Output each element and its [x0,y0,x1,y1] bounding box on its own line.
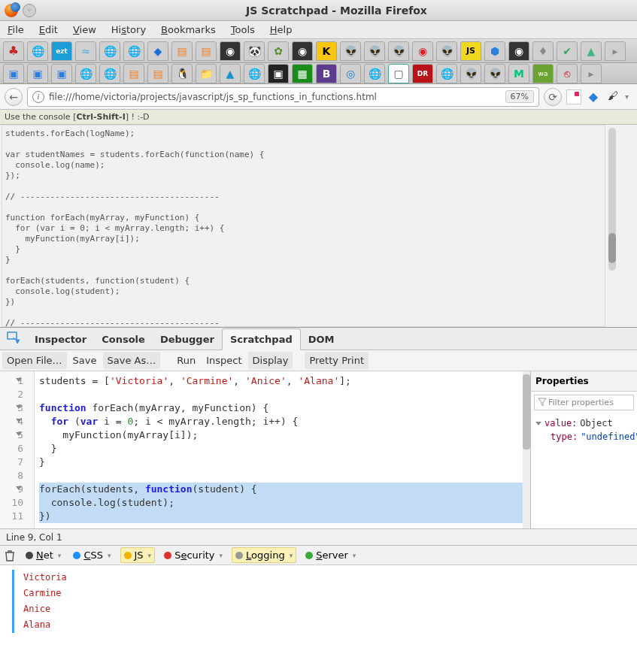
tab-15[interactable]: 👽 [340,41,361,61]
filter-logging[interactable]: Logging▾ [232,547,296,563]
filter-js[interactable]: JS▾ [120,547,156,563]
tab-b18[interactable]: DR [412,64,433,83]
code-scrollbar[interactable] [523,371,530,528]
tab-b8[interactable]: 🐧 [171,64,193,83]
tab-scratchpad[interactable]: Scratchpad [222,328,301,350]
tab-23[interactable]: ♦ [532,41,554,61]
menu-bookmarks[interactable]: Bookmarks [161,24,216,35]
tab-b24[interactable]: ⎋ [557,64,578,83]
overflow-icon[interactable]: ▾ [625,92,632,101]
tab-b23[interactable]: wa [532,64,554,83]
pocket-icon[interactable] [566,89,581,104]
pretty-print-button[interactable]: Pretty Print [305,352,369,369]
tab-6[interactable]: 🌐 [123,41,144,61]
url-bar[interactable]: i file:///home/victoria/projects/javascr… [27,87,539,107]
extension-icon-2[interactable]: 🖌 [605,89,620,104]
open-file-button[interactable]: Open File… [2,352,67,369]
filter-css[interactable]: CSS▾ [70,548,114,562]
save-button[interactable]: Save [68,352,102,369]
console-entry: Carmine [12,586,629,601]
back-button[interactable]: ← [5,88,23,106]
tab-8[interactable]: ▤ [171,41,193,61]
filter-security[interactable]: Security▾ [161,548,226,562]
tab-20[interactable]: JS [460,41,481,61]
properties-filter[interactable]: Filter properties [534,395,634,410]
tab-b14[interactable]: B [316,64,337,83]
tab-1[interactable]: ♣ [3,41,24,61]
tab-9[interactable]: ▤ [196,41,217,61]
reload-button[interactable]: ⟳ [544,88,562,106]
tab-dom[interactable]: DOM [301,329,342,350]
menu-edit[interactable]: Edit [39,24,58,35]
tab-3[interactable]: ezt [51,41,72,61]
tab-7[interactable]: ◆ [147,41,168,61]
tab-4[interactable]: ≈ [75,41,96,61]
site-info-icon[interactable]: i [32,91,44,103]
tab-10[interactable]: ◉ [220,41,241,61]
devtools-pick-icon[interactable] [5,329,23,347]
tab-b5[interactable]: 🌐 [99,64,120,83]
tab-b13[interactable]: ▦ [292,64,313,83]
menu-file[interactable]: File [8,24,24,35]
extension-icon-1[interactable]: ◆ [586,89,601,104]
menu-tools[interactable]: Tools [231,24,255,35]
url-text: file:///home/victoria/projects/javascrip… [49,92,377,102]
menu-history[interactable]: History [111,24,146,35]
window-button[interactable]: ◦ [23,4,36,17]
tab-b1[interactable]: ▣ [3,64,24,83]
save-as-button[interactable]: Save As… [103,352,161,369]
run-button[interactable]: Run [172,352,200,369]
menu-view[interactable]: View [73,24,96,35]
tab-b16[interactable]: 🌐 [364,64,385,83]
tab-b25[interactable]: ▸ [581,64,602,83]
tab-b7[interactable]: ▤ [147,64,168,83]
display-button[interactable]: Display [248,352,293,369]
tab-18[interactable]: ◉ [412,41,433,61]
tab-debugger[interactable]: Debugger [153,329,222,350]
page-scrollbar[interactable] [608,128,616,271]
tab-25[interactable]: ▲ [581,41,602,61]
tab-26[interactable]: ▸ [605,41,626,61]
tab-b6[interactable]: ▤ [123,64,144,83]
tab-21[interactable]: ⬢ [484,41,505,61]
prop-row-value[interactable]: value: Object [535,416,632,430]
code-area[interactable]: students = ['Victoria', 'Carmine', 'Anic… [35,371,530,528]
tab-19[interactable]: 👽 [436,41,457,61]
tab-22[interactable]: ◉ [508,41,529,61]
console-output[interactable]: Victoria Carmine Anice Alana [0,565,637,672]
menu-help[interactable]: Help [270,24,293,35]
tab-b4[interactable]: 🌐 [75,64,96,83]
tab-24[interactable]: ✔ [557,41,578,61]
cursor-position: Line 9, Col 1 [6,532,62,543]
zoom-level[interactable]: 67% [505,90,534,103]
tab-12[interactable]: ✿ [268,41,289,61]
tab-b17[interactable]: ▢ [388,64,409,83]
tab-17[interactable]: 👽 [388,41,409,61]
tab-inspector[interactable]: Inspector [27,329,94,350]
tab-16[interactable]: 👽 [364,41,385,61]
tab-console[interactable]: Console [94,329,153,350]
tab-b20[interactable]: 👽 [460,64,481,83]
filter-server[interactable]: Server▾ [302,548,359,562]
filter-net[interactable]: Net▾ [23,548,64,562]
tab-b2[interactable]: ▣ [27,64,48,83]
tab-b9[interactable]: 📁 [196,64,217,83]
tab-b11[interactable]: 🌐 [244,64,265,83]
tab-14[interactable]: K [316,41,337,61]
properties-tree: value: Object type: "undefined" [531,413,637,446]
tab-13[interactable]: ◉ [292,41,313,61]
tab-b3[interactable]: ▣ [51,64,72,83]
tab-b12[interactable]: ▣ [268,64,289,83]
tab-b22[interactable]: M [508,64,529,83]
clear-console-icon[interactable] [5,549,17,562]
expand-icon[interactable] [535,422,541,425]
inspect-button[interactable]: Inspect [202,352,246,369]
tab-2[interactable]: 🌐 [27,41,48,61]
tab-11[interactable]: 🐼 [244,41,265,61]
tab-b10[interactable]: ▲ [220,64,241,83]
tab-5[interactable]: 🌐 [99,41,120,61]
tab-b19[interactable]: 🌐 [436,64,457,83]
tab-b21[interactable]: 👽 [484,64,505,83]
prop-row-type[interactable]: type: "undefined" [535,430,632,443]
tab-b15[interactable]: ◎ [340,64,361,83]
